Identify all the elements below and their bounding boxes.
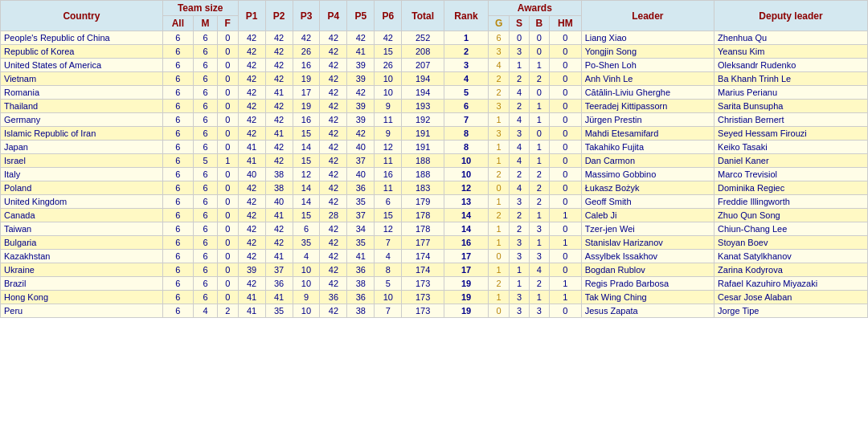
header-f: F [217, 16, 238, 31]
cell-all: 6 [162, 304, 193, 318]
cell-deputy: Stoyan Boev [714, 236, 868, 250]
cell-b: 2 [529, 181, 549, 195]
cell-s: 3 [510, 304, 529, 318]
cell-p4: 42 [320, 45, 347, 59]
cell-country: Japan [1, 141, 163, 154]
cell-deputy: Dominika Regiec [714, 181, 868, 195]
cell-deputy: Sarita Bunsupha [714, 100, 868, 113]
cell-m: 6 [194, 236, 218, 250]
cell-deputy: Rafael Kazuhiro Miyazaki [714, 277, 868, 291]
header-p5: P5 [347, 1, 375, 31]
cell-s: 1 [510, 277, 529, 291]
cell-leader: Massimo Gobbino [581, 168, 714, 181]
cell-g: 2 [488, 209, 509, 222]
header-country: Country [1, 1, 163, 31]
cell-p4: 42 [320, 59, 347, 72]
cell-m: 6 [194, 31, 218, 45]
cell-b: 3 [529, 250, 549, 263]
cell-country: Ukraine [1, 263, 163, 277]
cell-leader: Cătălin-Liviu Gherghe [581, 86, 714, 100]
cell-deputy: Ba Khanh Trinh Le [714, 72, 868, 86]
cell-hm: 1 [549, 291, 581, 304]
cell-p2: 38 [265, 181, 293, 195]
cell-country: Germany [1, 113, 163, 127]
cell-p1: 42 [238, 195, 265, 209]
cell-g: 2 [488, 72, 509, 86]
cell-p5: 38 [347, 304, 375, 318]
cell-hm: 0 [549, 250, 581, 263]
cell-b: 0 [529, 127, 549, 141]
cell-g: 1 [488, 236, 509, 250]
cell-p4: 42 [320, 72, 347, 86]
cell-rank: 2 [444, 45, 489, 59]
header-awards: Awards [488, 1, 581, 16]
cell-hm: 0 [549, 45, 581, 59]
cell-p1: 42 [238, 127, 265, 141]
cell-p2: 42 [265, 154, 293, 168]
cell-total: 194 [402, 72, 444, 86]
cell-p4: 42 [320, 168, 347, 181]
cell-total: 178 [402, 209, 444, 222]
cell-p4: 42 [320, 86, 347, 100]
cell-f: 0 [217, 168, 238, 181]
cell-f: 0 [217, 209, 238, 222]
cell-b: 1 [529, 154, 549, 168]
cell-s: 3 [510, 195, 529, 209]
cell-p3: 16 [293, 59, 320, 72]
cell-p1: 42 [238, 236, 265, 250]
cell-p2: 41 [265, 209, 293, 222]
cell-p1: 40 [238, 168, 265, 181]
cell-s: 3 [510, 236, 529, 250]
cell-rank: 14 [444, 222, 489, 236]
cell-p4: 42 [320, 141, 347, 154]
cell-f: 0 [217, 100, 238, 113]
cell-b: 4 [529, 263, 549, 277]
cell-total: 174 [402, 263, 444, 277]
cell-rank: 19 [444, 277, 489, 291]
cell-s: 2 [510, 168, 529, 181]
cell-p5: 40 [347, 168, 375, 181]
header-all: All [162, 16, 193, 31]
cell-p1: 42 [238, 59, 265, 72]
cell-deputy: Kanat Satylkhanov [714, 250, 868, 263]
cell-p4: 42 [320, 250, 347, 263]
cell-g: 1 [488, 222, 509, 236]
header-b: B [529, 16, 549, 31]
cell-hm: 1 [549, 236, 581, 250]
cell-b: 0 [529, 45, 549, 59]
cell-m: 6 [194, 127, 218, 141]
cell-p4: 42 [320, 31, 347, 45]
cell-rank: 8 [444, 127, 489, 141]
header-p6: P6 [375, 1, 402, 31]
cell-p2: 42 [265, 31, 293, 45]
cell-leader: Liang Xiao [581, 31, 714, 45]
cell-p2: 41 [265, 291, 293, 304]
cell-all: 6 [162, 59, 193, 72]
cell-p6: 26 [375, 59, 402, 72]
cell-p6: 4 [375, 250, 402, 263]
cell-deputy: Jorge Tipe [714, 304, 868, 318]
cell-p3: 10 [293, 263, 320, 277]
cell-b: 3 [529, 222, 549, 236]
cell-total: 193 [402, 100, 444, 113]
header-p1: P1 [238, 1, 265, 31]
cell-p3: 14 [293, 181, 320, 195]
cell-b: 1 [529, 141, 549, 154]
cell-total: 188 [402, 168, 444, 181]
table-row: Kazakhstan 6 6 0 42 41 4 42 41 4 174 17 … [1, 250, 868, 263]
cell-p4: 42 [320, 277, 347, 291]
cell-s: 1 [510, 59, 529, 72]
cell-deputy: Zhuo Qun Song [714, 209, 868, 222]
cell-all: 6 [162, 236, 193, 250]
cell-p5: 42 [347, 86, 375, 100]
cell-b: 2 [529, 277, 549, 291]
cell-b: 2 [529, 72, 549, 86]
cell-p4: 42 [320, 113, 347, 127]
cell-p3: 10 [293, 277, 320, 291]
cell-hm: 0 [549, 31, 581, 45]
cell-p1: 42 [238, 45, 265, 59]
cell-deputy: Marius Perianu [714, 86, 868, 100]
cell-all: 6 [162, 154, 193, 168]
cell-rank: 16 [444, 236, 489, 250]
cell-s: 3 [510, 291, 529, 304]
